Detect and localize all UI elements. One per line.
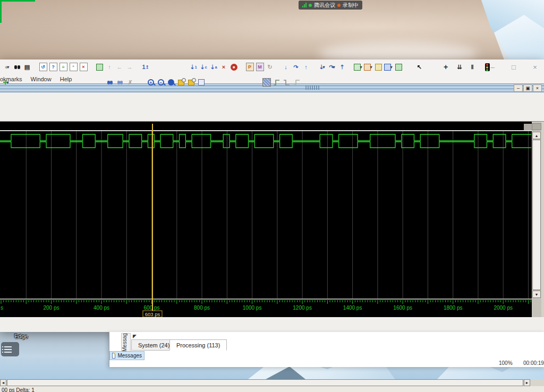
scroll-down-icon[interactable]: ▼ xyxy=(532,291,541,298)
restore-runlength-icon[interactable]: 1↥ xyxy=(141,63,150,72)
profile-report-icon[interactable]: P xyxy=(245,63,254,72)
scroll-left-icon[interactable]: ◄ xyxy=(0,379,6,386)
restart-icon[interactable]: ↺ xyxy=(38,63,48,72)
meeting-app-name: 腾讯会议 xyxy=(314,2,335,9)
screenshare-border-icon xyxy=(0,0,2,23)
step-over-current-icon[interactable]: ↷▾ xyxy=(327,63,337,72)
search-prev-icon[interactable] xyxy=(115,78,125,87)
zoom-last-icon[interactable] xyxy=(186,78,196,87)
mdi-minimize-button[interactable]: – xyxy=(514,84,523,92)
run-continue-icon[interactable]: ⇣c xyxy=(199,63,208,72)
zoom-full-icon[interactable] xyxy=(166,78,176,87)
expand-tree-icon[interactable]: ▤ xyxy=(22,63,32,72)
modelsim-window: – □ × okmarks Window Help – ▣ × ●▾ ▤ xyxy=(0,59,544,332)
svg-text:600 ps: 600 ps xyxy=(144,305,160,311)
add-selected-to-wave-icon[interactable]: ▾ xyxy=(353,63,363,72)
pan-mode-button[interactable]: + xyxy=(439,61,452,73)
desktop: Edge 腾讯会议 录制中 – □ × okmarks Window Help … xyxy=(0,0,544,392)
add-to-window-icon[interactable]: ▾ xyxy=(363,63,373,72)
stop-icon[interactable]: ■ xyxy=(229,63,239,72)
next-transition-icon[interactable] xyxy=(272,78,282,87)
wave-panel[interactable]: s200 ps400 ps600 ps800 ps1000 ps1200 ps1… xyxy=(0,121,544,317)
step-over-icon[interactable]: ↷ xyxy=(291,63,301,72)
step-into-icon[interactable]: ↓ xyxy=(281,63,291,72)
edit-window-icon[interactable] xyxy=(373,63,383,72)
signal-bars-icon xyxy=(302,3,307,7)
memory-report-icon[interactable]: M xyxy=(255,63,265,72)
edge-desktop-icon-label[interactable]: Edge xyxy=(14,333,28,339)
window-maximize-button[interactable]: □ xyxy=(508,62,520,72)
next-rising-edge-icon[interactable] xyxy=(292,78,302,87)
reload-icon[interactable]: ? xyxy=(48,63,58,72)
step-out-icon[interactable]: ↑ xyxy=(301,63,311,72)
break-icon[interactable]: * xyxy=(69,63,78,72)
run-once-icon[interactable]: ⇣1 xyxy=(189,63,198,72)
pin-icon[interactable]: ◤ xyxy=(133,334,137,339)
elapsed-time: 00:00:19 xyxy=(523,360,544,367)
edit-mode-button[interactable]: ⫼ xyxy=(466,61,479,73)
mdi-restore-button[interactable]: ▣ xyxy=(523,84,532,92)
zoom-cursor-icon[interactable] xyxy=(176,78,186,87)
break-now-icon[interactable]: × xyxy=(219,63,228,72)
search-next-icon[interactable] xyxy=(105,78,115,87)
tab-system-label: System (24) xyxy=(138,342,169,348)
step-into-current-icon[interactable]: ⇣▾ xyxy=(317,63,327,72)
drag-grip-icon[interactable] xyxy=(305,86,319,90)
mdi-close-button[interactable]: × xyxy=(533,84,542,92)
tab-processing[interactable]: Processing (113) xyxy=(169,339,227,351)
messages-side-tab-label: Messages xyxy=(122,333,128,352)
navigate-up-icon[interactable]: ↑ xyxy=(105,63,114,72)
svg-text:1400 ps: 1400 ps xyxy=(343,305,362,311)
recording-label: 录制中 xyxy=(343,2,359,9)
svg-text:s: s xyxy=(1,305,3,311)
expand-all-icon[interactable]: ✢▾ xyxy=(1,78,11,87)
reload-format-icon[interactable] xyxy=(394,63,403,72)
refresh-icon[interactable]: ↻ xyxy=(265,63,275,72)
history-icon[interactable]: ●▾ xyxy=(2,63,12,72)
svg-text:200 ps: 200 ps xyxy=(44,305,60,311)
scrollbar-corner xyxy=(531,379,544,386)
scroll-right-icon[interactable]: ► xyxy=(524,379,530,386)
step-out-current-icon[interactable]: ⇡ xyxy=(337,63,347,72)
meeting-status-bar[interactable]: 腾讯会议 录制中 xyxy=(299,1,362,10)
waveform-plot[interactable]: s200 ps400 ps600 ps800 ps1000 ps1200 ps1… xyxy=(0,122,532,317)
navigate-forward-icon[interactable]: → xyxy=(125,63,134,72)
scrollbar-corner xyxy=(532,123,541,130)
vscroll-thumb[interactable] xyxy=(532,140,541,290)
zoom-out-icon[interactable]: − xyxy=(156,78,166,87)
stoplight-icon[interactable] xyxy=(482,63,492,72)
pan-icon: + xyxy=(441,63,450,72)
run-all-icon[interactable]: ⇣a xyxy=(209,63,218,72)
tab-messages[interactable]: Messages xyxy=(109,351,144,360)
wave-vscrollbar[interactable]: ▲ ▼ xyxy=(532,122,541,317)
run-icon[interactable]: ≡ xyxy=(58,63,68,72)
navigate-back-icon[interactable]: ← xyxy=(115,63,124,72)
zoom-in-icon[interactable]: + xyxy=(146,78,156,87)
task-list-widget-icon[interactable] xyxy=(1,342,19,356)
select-mode-button[interactable]: ↖ xyxy=(413,61,426,73)
two-cursor-mode-button[interactable]: ⇊ xyxy=(453,61,465,73)
svg-text:1600 ps: 1600 ps xyxy=(393,305,412,311)
copy-window-icon[interactable] xyxy=(95,63,104,72)
next-falling-edge-icon[interactable] xyxy=(282,78,292,87)
stop-sim-icon[interactable]: × xyxy=(79,63,88,72)
scroll-up-icon[interactable]: ▲ xyxy=(532,132,541,139)
wave-hscrollbar[interactable]: ◄ ► xyxy=(0,379,531,386)
svg-text:603 ps: 603 ps xyxy=(145,311,160,317)
now-delta-label: 00 ps Delta: 1 xyxy=(2,387,35,392)
menu-window[interactable]: Window xyxy=(27,76,56,82)
progress-percent: 100% xyxy=(499,360,513,367)
hscroll-thumb[interactable] xyxy=(7,379,523,386)
quartus-messages-window: Messages ◤ System (24) Processing (113) … xyxy=(109,332,544,367)
wave-status-bar: 00 ps Delta: 1 xyxy=(0,386,544,392)
save-format-icon[interactable]: ▾ xyxy=(384,63,393,72)
window-close-button[interactable]: × xyxy=(529,62,541,72)
zoom-range-icon[interactable] xyxy=(197,78,206,87)
grid-icon[interactable] xyxy=(262,78,271,87)
svg-text:800 ps: 800 ps xyxy=(194,305,210,311)
menu-help[interactable]: Help xyxy=(56,76,76,82)
svg-text:2000 ps: 2000 ps xyxy=(494,305,513,311)
find-icon[interactable] xyxy=(12,63,22,72)
tab-processing-label: Processing (113) xyxy=(176,342,220,348)
search-stop-icon[interactable]: ✗ xyxy=(125,78,135,87)
